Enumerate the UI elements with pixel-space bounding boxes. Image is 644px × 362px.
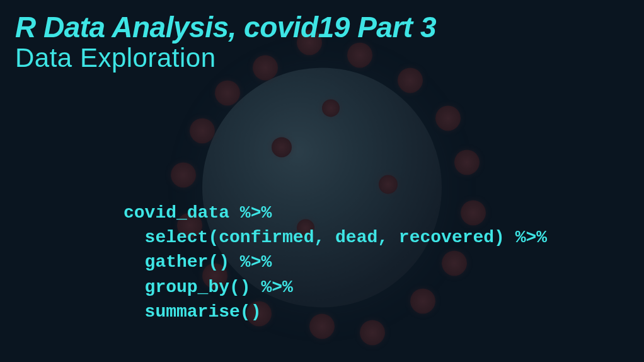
slide-title: R Data Analysis, covid19 Part 3 [15, 10, 629, 44]
code-line-5: summarise() [124, 302, 261, 322]
code-line-2: select(confirmed, dead, recovered) %>% [124, 228, 547, 247]
code-line-1: covid_data %>% [124, 203, 272, 223]
code-line-3: gather() %>% [124, 252, 272, 272]
slide-subtitle: Data Exploration [15, 43, 629, 73]
slide-content: R Data Analysis, covid19 Part 3 Data Exp… [0, 0, 644, 86]
code-line-4: group_by() %>% [124, 277, 293, 297]
code-snippet: covid_data %>% select(confirmed, dead, r… [124, 201, 547, 324]
